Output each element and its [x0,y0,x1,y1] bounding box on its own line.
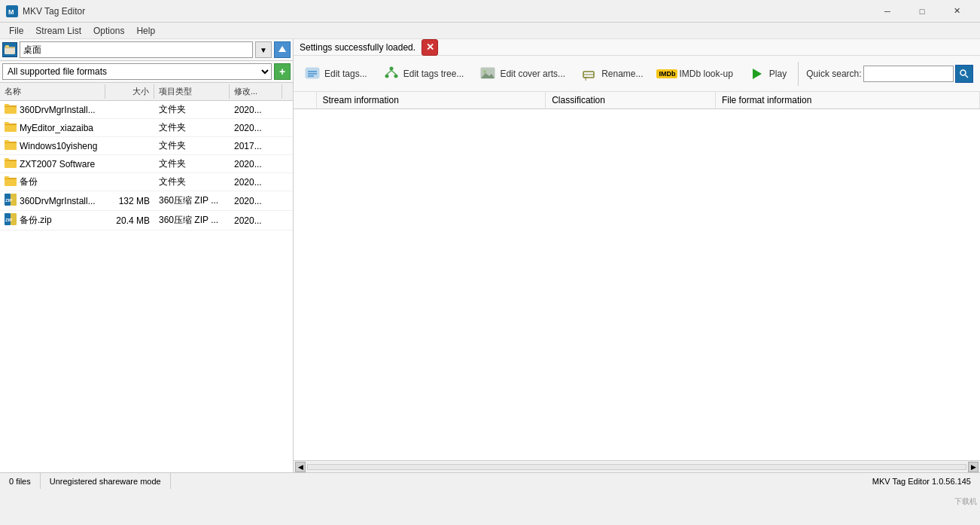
col-header-classification: Classification [546,92,716,109]
maximize-button[interactable]: □ [905,0,939,23]
quick-search-input[interactable] [863,66,954,82]
add-file-btn[interactable]: + [274,63,291,80]
file-name: ZIP 备份.zip [0,212,105,228]
file-name: ZXT2007 Software [0,157,105,171]
file-size: 20.4 MB [105,215,154,227]
close-button[interactable]: ✕ [939,0,974,23]
menu-file[interactable]: File [3,24,29,38]
app-title: MKV Tag Editor [23,6,870,17]
file-list-header: 名称 大小 项目类型 修改... [0,83,293,101]
svg-line-44 [965,75,968,78]
imdb-icon: IMDb [658,65,676,83]
edit-tags-tree-button[interactable]: Edit tags tree... [376,59,471,89]
file-name: ZIP 360DrvMgrInstall... [0,193,105,209]
scroll-track[interactable] [307,464,966,470]
path-dropdown-btn[interactable]: ▼ [255,41,272,58]
svg-rect-8 [5,104,9,106]
list-item[interactable]: ZIP 备份.zip 20.4 MB 360压缩 ZIP ... 2020... [0,211,293,230]
info-message: Settings successfully loaded. [300,42,415,53]
minimize-button[interactable]: ─ [870,0,905,23]
file-type: 文件夹 [154,102,230,117]
folder-icon [5,157,17,170]
play-icon [748,65,766,83]
menu-help[interactable]: Help [130,24,161,38]
content-area: Stream information Classification File f… [294,92,980,460]
list-item[interactable]: ZIP 360DrvMgrInstall... 132 MB 360压缩 ZIP… [0,191,293,211]
left-panel: ▼ All supported file formats + 名称 大小 项目类… [0,39,294,472]
file-size [105,163,154,165]
filter-select[interactable]: All supported file formats [2,63,272,80]
svg-point-32 [385,74,388,78]
rename-label: Rename... [601,69,643,79]
file-type: 360压缩 ZIP ... [154,194,230,208]
col-header-type[interactable]: 项目类型 [154,84,230,99]
col-header-fileformat: File format information [715,92,979,109]
main-area: ▼ All supported file formats + 名称 大小 项目类… [0,39,980,472]
search-go-button[interactable] [955,65,973,83]
list-item[interactable]: Windows10yisheng 文件夹 2017... [0,137,293,155]
svg-rect-17 [5,158,9,160]
rename-button[interactable]: T Rename... [574,59,650,89]
file-modified: 2020... [230,176,282,188]
path-input[interactable] [20,41,253,58]
list-item[interactable]: 备份 文件夹 2020... [0,173,293,191]
file-type: 文件夹 [154,157,230,171]
window-controls: ─ □ ✕ [870,0,974,23]
file-type: 文件夹 [154,175,230,189]
file-name: 360DrvMgrInstall... [0,102,105,117]
svg-marker-5 [278,46,286,52]
play-button[interactable]: Play [741,59,793,89]
edit-cover-arts-button[interactable]: Edit cover arts... [472,59,572,89]
file-size: 132 MB [105,195,154,207]
file-type: 文件夹 [154,139,230,153]
status-mode: Unregistered shareware mode [41,473,171,489]
imdb-lookup-button[interactable]: IMDb IMDb look-up [651,59,739,89]
close-info-btn[interactable]: ✕ [422,39,438,56]
list-item[interactable]: MyEditor_xiazaiba 文件夹 2020... [0,119,293,137]
file-size [105,145,154,147]
svg-marker-42 [753,69,762,79]
right-panel: Settings successfully loaded. ✕ Edit tag… [294,39,980,472]
folder-icon [5,103,17,116]
scroll-right-btn[interactable]: ▶ [968,462,978,472]
zip-icon: ZIP [5,194,17,208]
edit-tags-tree-icon [382,65,400,83]
statusbar: 0 files Unregistered shareware mode MKV … [0,472,980,489]
svg-text:T: T [584,76,588,81]
svg-point-43 [960,70,966,75]
col-header-size[interactable]: 大小 [105,84,154,99]
svg-point-37 [483,70,486,73]
svg-text:M: M [8,8,14,16]
edit-tags-tree-label: Edit tags tree... [403,69,464,79]
col-header-stream: Stream information [316,92,546,109]
edit-tags-label: Edit tags... [324,69,367,79]
list-item[interactable]: ZXT2007 Software 文件夹 2020... [0,155,293,173]
file-size [105,109,154,111]
file-modified: 2020... [230,195,282,207]
filter-bar: All supported file formats + [0,61,293,83]
right-toolbar: Edit tags... Edit tags tree... [294,56,980,92]
navigate-up-btn[interactable] [274,41,291,58]
file-list: 360DrvMgrInstall... 文件夹 2020... MyEditor… [0,101,293,472]
svg-rect-11 [5,122,9,124]
file-size [105,182,154,183]
zip-icon: ZIP [5,213,17,227]
toolbar-separator [798,62,799,86]
col-header-name[interactable]: 名称 [0,84,105,99]
col-header-marker [294,92,316,109]
col-header-modified[interactable]: 修改... [230,84,282,99]
svg-line-34 [387,70,391,74]
scroll-left-btn[interactable]: ◀ [295,462,306,472]
list-item[interactable]: 360DrvMgrInstall... 文件夹 2020... [0,101,293,119]
edit-cover-arts-icon [479,65,497,83]
menu-options[interactable]: Options [87,24,130,38]
edit-tags-button[interactable]: Edit tags... [297,59,374,89]
file-modified: 2020... [230,158,282,170]
file-name: 备份 [0,175,105,189]
svg-rect-4 [5,45,9,47]
edit-tags-icon [303,65,321,83]
svg-point-33 [394,74,397,78]
horizontal-scrollbar[interactable]: ◀ ▶ [294,460,980,472]
menu-streamlist[interactable]: Stream List [29,24,87,38]
file-modified: 2017... [230,140,282,152]
